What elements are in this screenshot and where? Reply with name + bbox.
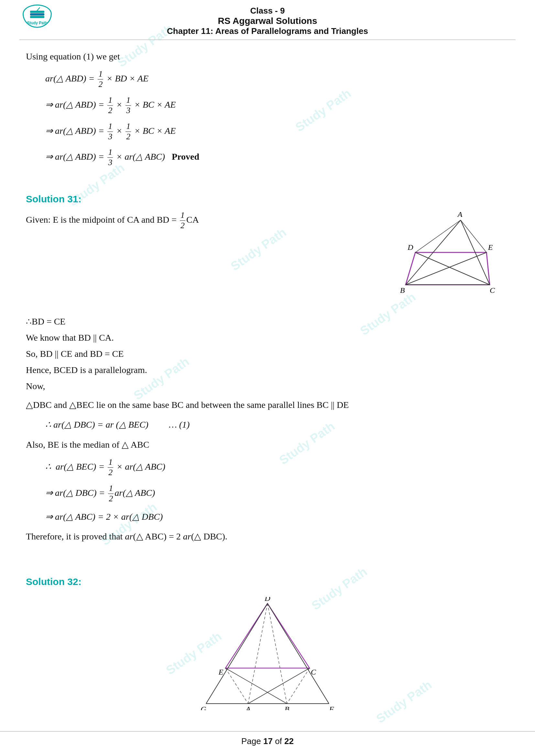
svg-text:E: E	[488, 243, 493, 252]
page-total: 22	[284, 736, 294, 746]
svg-line-27	[248, 668, 310, 704]
eq4: ⇒ ar(△ ABD) = 13 × ar(△ ABC) Proved	[45, 148, 509, 168]
proved-text: Proved	[172, 151, 199, 162]
svg-text:D: D	[407, 243, 413, 252]
header-text: Class - 9 RS Aggarwal Solutions Chapter …	[167, 6, 368, 36]
frac-1-2-b: 12	[107, 95, 113, 116]
logo: Study Path	[19, 3, 55, 29]
svg-rect-0	[30, 16, 44, 18]
solution31-therefore: Therefore, it is proved that ar(△ ABC) =…	[26, 530, 509, 543]
page-container: Study Path Study Path Study Path Study P…	[0, 0, 535, 756]
logo-text: Study Path	[27, 21, 47, 25]
solution31-so: So, BD || CE and BD = CE	[26, 347, 509, 361]
svg-text:F: F	[329, 705, 334, 710]
svg-text:G: G	[201, 705, 206, 710]
svg-line-10	[415, 253, 490, 285]
svg-text:C: C	[311, 668, 316, 676]
eq31-3: ⇒ ar(△ DBC) = 12ar(△ ABC)	[45, 483, 509, 504]
solution31-bd-parallel: We know that BD || CA.	[26, 331, 509, 344]
eq31-1: ∴ ar(△ DBC) = ar (△ BEC) … (1)	[45, 418, 509, 432]
page-footer: Page 17 of 22	[0, 731, 535, 746]
svg-text:A: A	[245, 705, 251, 710]
frac-1-2-31a: 12	[108, 457, 113, 478]
page-current: 17	[263, 736, 273, 746]
solution31-bd-ce: ∴BD = CE	[26, 315, 509, 328]
svg-line-24	[206, 604, 268, 704]
logo-circle: Study Path	[23, 5, 52, 28]
svg-line-12	[461, 220, 487, 253]
frac-1-3-b: 13	[107, 122, 113, 142]
svg-text:A: A	[457, 210, 463, 219]
svg-text:E: E	[218, 668, 223, 676]
header-title: RS Aggarwal Solutions	[218, 16, 317, 26]
svg-line-11	[415, 220, 461, 253]
frac-1-2-31b: 12	[108, 483, 114, 504]
svg-text:B: B	[285, 705, 290, 710]
header-class: Class - 9	[250, 6, 285, 16]
svg-text:B: B	[400, 286, 405, 294]
svg-line-21	[287, 668, 310, 704]
page-number: Page 17 of 22	[241, 736, 294, 746]
solution31-also: Also, BE is the median of △ ABC	[26, 438, 509, 451]
solution31-hence: Hence, BCED is a parallelogram.	[26, 363, 509, 377]
eq1: ar(△ ABD) = 12 × BD × AE	[45, 69, 509, 90]
svg-line-9	[406, 253, 487, 285]
eq3: ⇒ ar(△ ABD) = 13 × 12 × BC × AE	[45, 122, 509, 142]
svg-text:C: C	[490, 286, 495, 294]
eq31-2: ∴ ar(△ BEC) = 12 × ar(△ ABC)	[45, 457, 509, 478]
frac-1-2-a: 12	[98, 69, 103, 90]
eq2: ⇒ ar(△ ABD) = 12 × 13 × BC × AE	[45, 95, 509, 116]
main-content: Using equation (1) we get ar(△ ABD) = 12…	[19, 50, 516, 710]
diagram-solution31: A B C D E	[386, 210, 509, 303]
svg-line-25	[268, 604, 329, 704]
frac-1-2-c: 12	[126, 122, 131, 142]
solution31-now: Now,	[26, 379, 509, 393]
diagram31-svg: A B C D E	[386, 210, 509, 301]
frac-1-3-c: 13	[107, 148, 113, 168]
logo-svg	[27, 7, 47, 21]
solution32-heading: Solution 32:	[26, 576, 509, 587]
solution31-heading: Solution 31:	[26, 194, 509, 204]
frac-1-3-a: 13	[126, 95, 131, 116]
frac-1-2-given: 12	[180, 210, 185, 231]
svg-line-26	[225, 668, 287, 704]
svg-marker-18	[225, 604, 310, 668]
svg-line-20	[225, 668, 248, 704]
diagram-solution32: D E C G A B F	[26, 597, 509, 710]
diagram32-svg: D E C G A B F	[187, 597, 348, 710]
svg-text:D: D	[264, 597, 270, 603]
intro-text: Using equation (1) we get	[26, 50, 509, 63]
eq31-4: ⇒ ar(△ ABC) = 2 × ar(△ DBC)	[45, 510, 509, 524]
svg-rect-1	[30, 13, 44, 15]
page-header: Study Path Class - 9 RS Aggarwal Solutio…	[19, 0, 516, 40]
solution31-triangles: △DBC and △BEC lie on the same base BC an…	[26, 398, 509, 412]
header-chapter: Chapter 11: Areas of Parallelograms and …	[167, 26, 368, 36]
